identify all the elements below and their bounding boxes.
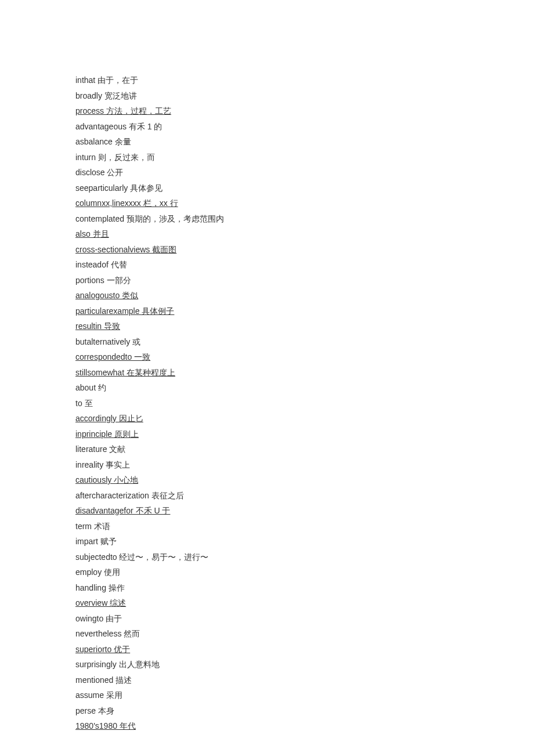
vocab-entry: seeparticularly 具体参见 <box>75 180 273 196</box>
vocab-entry: subjectedto 经过〜，易于〜，进行〜 <box>75 549 273 565</box>
vocab-entry: insteadof 代替 <box>75 257 273 273</box>
vocab-entry: also 并且 <box>75 226 273 242</box>
vocab-text: resultin 导致 <box>75 319 120 334</box>
vocab-entry: impart 赋予 <box>75 534 273 549</box>
vocab-text: disadvantagefor 不禾 U 于 <box>75 503 170 519</box>
vocab-text: subjectedto 经过〜，易于〜，进行〜 <box>75 552 209 562</box>
vocab-text: inthat 由于，在于 <box>75 75 138 85</box>
vocab-text: literature 文献 <box>75 444 125 454</box>
vocab-text: superiorto 优于 <box>75 642 130 657</box>
vocab-entry: columnxx,linexxxx 栏，xx 行 <box>75 196 273 211</box>
vocab-entry: about 约 <box>75 380 273 396</box>
vocab-text: disclose 公开 <box>75 168 123 177</box>
vocab-entry: surprisingly 出人意料地 <box>75 657 273 672</box>
vocab-entry: nevertheless 然而 <box>75 626 273 642</box>
vocab-entry: owingto 由于 <box>75 611 273 627</box>
vocab-text: seeparticularly 具体参见 <box>75 183 163 193</box>
vocab-text: correspondedto 一致 <box>75 349 252 365</box>
vocab-entry: stillsomewhat 在某种程度上 <box>75 365 273 381</box>
vocab-text: portions 一部分 <box>75 276 131 285</box>
vocab-text: to 至 <box>75 399 93 408</box>
vocab-entry: butalternatively 或 <box>75 334 273 350</box>
vocab-text: handling 操作 <box>75 583 125 592</box>
vocab-text: butalternatively 或 <box>75 337 140 346</box>
vocab-entry: disclose 公开 <box>75 165 273 180</box>
vocab-entry: broadly 宽泛地讲 <box>75 88 273 104</box>
vocab-entry: assume 采用 <box>75 688 273 703</box>
vocab-entry: cross-sectionalviews 截面图 <box>75 242 273 258</box>
vocab-entry: accordingly 因止匕 <box>75 411 273 426</box>
vocab-text: assume 采用 <box>75 690 122 700</box>
vocab-entry: inturn 则，反过来，而 <box>75 150 273 165</box>
vocab-text: surprisingly 出人意料地 <box>75 660 160 669</box>
vocab-text: analogousto 类似 <box>75 288 221 303</box>
vocab-text: inprinciple 原则上 <box>75 426 139 442</box>
vocab-text: term 术语 <box>75 522 110 531</box>
vocab-entry: literature 文献 <box>75 442 273 457</box>
vocab-entry: employ 使用 <box>75 565 273 580</box>
vocab-text: columnxx,linexxxx 栏，xx 行 <box>75 196 255 211</box>
vocab-text: about 约 <box>75 383 106 392</box>
vocab-entry: inreality 事实上 <box>75 457 273 473</box>
vocab-text: advantageous 有禾 1 的 <box>75 122 162 131</box>
vocab-text: accordingly 因止匕 <box>75 411 221 426</box>
vocab-text: broadly 宽泛地讲 <box>75 91 137 100</box>
vocab-text: 1980's1980 年代 <box>75 718 136 734</box>
vocab-entry: superiorto 优于 <box>75 642 273 657</box>
vocab-entry: particularexample 具体例子 <box>75 303 273 319</box>
vocab-entry: resultin 导致 <box>75 319 273 334</box>
vocab-entry: cautiously 小心地 <box>75 472 273 488</box>
document-body: inthat 由于，在于broadly 宽泛地讲process 方法，过程，工艺… <box>0 0 273 734</box>
vocab-text: mentioned 描述 <box>75 675 132 685</box>
vocab-entry: correspondedto 一致 <box>75 349 273 365</box>
vocab-text: perse 本身 <box>75 706 114 715</box>
vocab-entry: inthat 由于，在于 <box>75 73 273 88</box>
vocab-entry: mentioned 描述 <box>75 672 273 688</box>
vocab-entry: perse 本身 <box>75 703 273 719</box>
vocab-entry: handling 操作 <box>75 580 273 596</box>
vocab-entry: inprinciple 原则上 <box>75 426 273 442</box>
vocab-text: process 方法，过程，工艺 <box>75 103 255 119</box>
vocab-entry: analogousto 类似 <box>75 288 273 303</box>
vocab-text: inturn 则，反过来，而 <box>75 153 155 162</box>
vocab-entry: to 至 <box>75 396 273 411</box>
vocab-text: inreality 事实上 <box>75 460 130 469</box>
vocab-text: particularexample 具体例子 <box>75 303 174 319</box>
vocab-entry: portions 一部分 <box>75 273 273 288</box>
vocab-entry: contemplated 预期的，涉及，考虑范围内 <box>75 211 273 227</box>
vocab-entry: process 方法，过程，工艺 <box>75 103 273 119</box>
vocab-text: impart 赋予 <box>75 537 117 546</box>
vocab-text: nevertheless 然而 <box>75 629 140 638</box>
vocab-entry: 1980's1980 年代 <box>75 718 273 734</box>
vocab-text: insteadof 代替 <box>75 260 127 269</box>
vocab-entry: term 术语 <box>75 519 273 534</box>
vocab-text: cross-sectionalviews 截面图 <box>75 242 176 258</box>
vocab-entry: disadvantagefor 不禾 U 于 <box>75 503 273 519</box>
vocab-text: overview 综述 <box>75 595 126 611</box>
vocab-entry: asbalance 余量 <box>75 134 273 150</box>
vocab-text: owingto 由于 <box>75 614 122 623</box>
vocab-text: aftercharacterization 表征之后 <box>75 491 184 500</box>
vocab-text: also 并且 <box>75 226 109 242</box>
vocab-text: contemplated 预期的，涉及，考虑范围内 <box>75 214 224 223</box>
vocab-entry: advantageous 有禾 1 的 <box>75 119 273 135</box>
vocab-entry: overview 综述 <box>75 595 273 611</box>
vocab-text: stillsomewhat 在某种程度上 <box>75 365 175 381</box>
vocab-entry: aftercharacterization 表征之后 <box>75 488 273 504</box>
vocab-text: asbalance 余量 <box>75 137 131 146</box>
vocab-text: employ 使用 <box>75 567 120 577</box>
vocab-text: cautiously 小心地 <box>75 472 138 488</box>
